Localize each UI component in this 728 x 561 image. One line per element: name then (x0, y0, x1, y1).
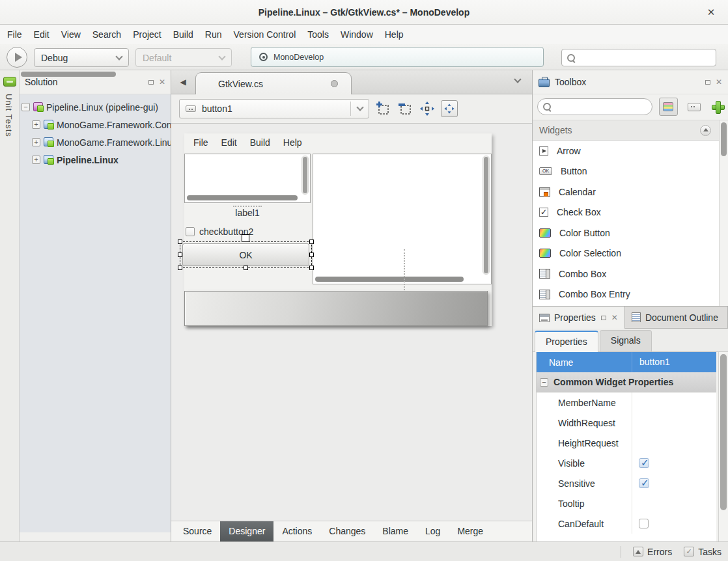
view-tab[interactable]: Changes (320, 521, 374, 541)
property-value[interactable] (632, 413, 716, 433)
scrollbar-thumb[interactable] (303, 157, 307, 193)
close-pad-icon[interactable]: ✕ (716, 79, 722, 85)
menu-item[interactable]: Help (379, 25, 410, 44)
collapse-category-icon[interactable] (700, 125, 711, 136)
scrollbar-thumb[interactable] (315, 277, 464, 282)
designed-menu-item[interactable]: Edit (215, 137, 244, 148)
property-value[interactable] (632, 493, 716, 513)
designed-menu-item[interactable]: Build (244, 137, 277, 148)
list-view-toggle[interactable] (659, 98, 679, 116)
scrollbar-thumb[interactable] (187, 195, 298, 200)
menu-item[interactable]: Version Control (228, 25, 302, 44)
close-pad-icon[interactable]: ✕ (159, 79, 165, 85)
tree-row[interactable]: + MonoGame.Framework.Cont (20, 116, 171, 133)
toolbox-widget[interactable]: Combo Box (533, 264, 719, 284)
resize-handle[interactable] (309, 266, 314, 270)
property-group-row[interactable]: − Common Widget Properties (537, 372, 716, 392)
menu-item[interactable]: Build (167, 25, 199, 44)
toolbox-widget[interactable]: Button (533, 161, 719, 182)
widget-selector[interactable]: button1 (179, 99, 369, 118)
checkbox-icon[interactable] (186, 227, 195, 236)
designed-ok-button[interactable]: OK (182, 243, 309, 266)
resize-handle[interactable] (309, 239, 314, 244)
dock-button[interactable] (601, 316, 606, 320)
move-widget-icon[interactable] (419, 100, 436, 117)
resize-handle[interactable] (242, 234, 249, 242)
tasks-button[interactable]: ✓ Tasks (684, 547, 721, 557)
menu-item[interactable]: Search (87, 25, 127, 44)
dock-tab-document-outline[interactable]: Document Outline (625, 307, 728, 329)
menu-item[interactable]: Project (127, 25, 167, 44)
property-row[interactable]: Visible (537, 453, 716, 473)
tree-row[interactable]: − Pipeline.Linux (pipeline-gui) (20, 98, 171, 116)
add-widget-icon[interactable] (374, 100, 391, 117)
toolbox-search-input[interactable] (537, 98, 652, 115)
tree-row[interactable]: + Pipeline.Linux (20, 151, 171, 169)
property-checkbox[interactable] (639, 519, 649, 528)
designed-scrolledwindow-left[interactable] (184, 154, 311, 203)
select-widget-icon[interactable] (441, 100, 458, 117)
toolbox-category[interactable]: Widgets (533, 120, 728, 141)
menu-item[interactable]: Window (335, 25, 379, 44)
property-row[interactable]: MemberName (537, 392, 716, 413)
property-row[interactable]: HeightRequest (537, 433, 716, 453)
scrollbar-track[interactable] (301, 156, 309, 195)
scrollbar-thumb[interactable] (721, 122, 727, 156)
menu-item[interactable]: Edit (28, 25, 55, 44)
compact-view-toggle[interactable] (686, 101, 703, 113)
view-tab[interactable]: Blame (374, 521, 417, 541)
errors-button[interactable]: Errors (633, 547, 672, 557)
property-row[interactable]: Sensitive (537, 473, 716, 493)
designed-menu-item[interactable]: Help (277, 137, 309, 148)
toolbox-widget[interactable]: Color Button (533, 223, 719, 243)
property-row[interactable]: CanDefault (537, 513, 716, 534)
properties-tab[interactable]: Signals (600, 330, 652, 351)
tab-list-chevron-icon[interactable] (514, 75, 521, 83)
property-row[interactable]: Tooltip (537, 493, 716, 513)
dock-button[interactable] (148, 80, 154, 85)
dock-tab-properties[interactable]: Properties ✕ (533, 307, 625, 329)
view-tab[interactable]: Actions (273, 521, 320, 541)
menu-item[interactable]: Tools (301, 25, 335, 44)
scrollbar-track[interactable] (315, 276, 481, 282)
configuration-selector[interactable]: Debug (34, 48, 129, 67)
designer-canvas[interactable]: FileEditBuildHelp label1 checkbutton2 OK (171, 124, 532, 521)
toolbox-widget[interactable]: Color Selection (533, 243, 719, 264)
view-tab[interactable]: Merge (449, 521, 492, 541)
dock-button[interactable] (705, 80, 710, 85)
navigate-back-icon[interactable]: ◀ (176, 75, 189, 89)
toolbox-widget[interactable]: Calendar (533, 182, 719, 202)
property-checkbox[interactable] (639, 458, 649, 468)
scrollbar-thumb[interactable] (720, 354, 727, 510)
property-value[interactable] (632, 513, 716, 534)
resize-handle[interactable] (178, 266, 182, 270)
close-pad-icon[interactable]: ✕ (611, 314, 618, 321)
property-row[interactable]: WidthRequest (537, 413, 716, 433)
tree-expander[interactable]: + (32, 120, 40, 129)
toolbox-widget[interactable]: Combo Box Entry (533, 284, 719, 305)
designed-window[interactable]: FileEditBuildHelp label1 checkbutton2 OK (184, 133, 492, 326)
designed-scrolledwindow-right[interactable] (313, 154, 492, 284)
group-expander[interactable]: − (540, 378, 548, 387)
tree-expander[interactable]: + (32, 138, 40, 146)
menu-item[interactable]: File (1, 25, 28, 44)
scrollbar-track[interactable] (186, 195, 300, 201)
close-icon[interactable]: ✕ (705, 6, 718, 19)
dock-tab-unit-tests[interactable]: Unit Tests (4, 94, 14, 137)
property-value[interactable] (632, 433, 716, 453)
designed-gradient-widget[interactable] (184, 291, 488, 326)
resize-handle[interactable] (309, 253, 314, 257)
resize-grip[interactable] (233, 206, 262, 207)
properties-tab[interactable]: Properties (535, 331, 598, 352)
view-tab[interactable]: Source (175, 521, 220, 541)
toolbox-widget[interactable]: Check Box (533, 202, 719, 223)
name-value[interactable]: button1 (632, 352, 716, 372)
toolbox-widget[interactable]: Arrow (533, 141, 719, 161)
view-tab[interactable]: Log (417, 521, 449, 541)
designed-menu-item[interactable]: File (187, 137, 215, 148)
properties-scrollbar[interactable] (718, 352, 728, 541)
run-button[interactable] (7, 47, 27, 68)
resize-handle[interactable] (178, 253, 182, 257)
add-toolbox-item-icon[interactable] (712, 101, 723, 113)
menu-item[interactable]: View (55, 25, 87, 44)
